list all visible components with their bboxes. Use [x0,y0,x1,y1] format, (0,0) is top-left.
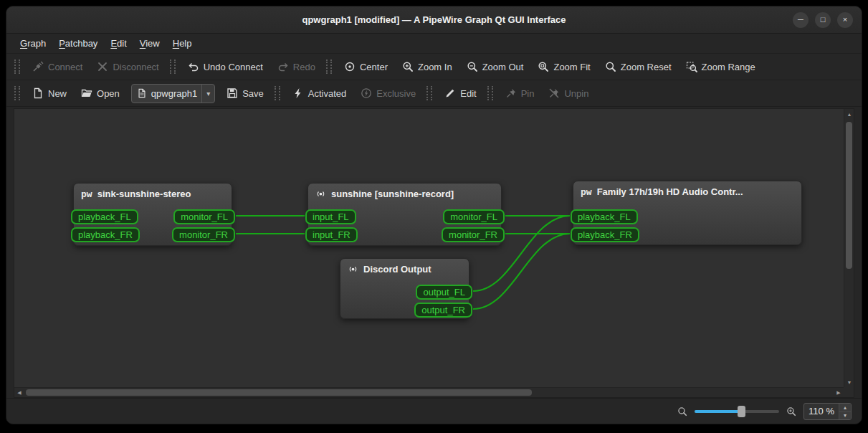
unpin-icon [548,87,560,99]
port-sunshine-input-fl[interactable]: input_FL [305,209,356,224]
undo-connect-button[interactable]: Undo Connect [181,56,270,77]
zoom-slider-handle[interactable] [738,406,745,417]
activated-button[interactable]: Activated [285,82,353,104]
node-header: Discord Output [340,259,469,277]
titlebar[interactable]: qpwgraph1 [modified] — A PipeWire Graph … [6,6,862,34]
toolbar-handle[interactable] [487,86,493,100]
zoom-in-small-icon[interactable] [786,406,796,417]
edit-label: Edit [460,88,476,99]
scroll-down-arrow[interactable]: ▼ [844,377,854,387]
zoom-spinbox[interactable]: 110 % ▴ ▾ [803,403,852,420]
port-sunshine-input-fr[interactable]: input_FR [305,227,358,242]
scroll-left-arrow[interactable]: ◀ [14,388,24,398]
save-button[interactable]: Save [219,82,271,104]
menu-patchbay-mnemonic: P [59,38,65,49]
spin-down-button[interactable]: ▾ [839,411,851,419]
activated-label: Activated [308,88,346,99]
zoom-fit-button[interactable]: Zoom Fit [530,56,597,77]
window-title: qpwgraph1 [modified] — A PipeWire Graph … [6,14,862,25]
lightning-icon [292,87,304,99]
zoom-range-button[interactable]: Zoom Range [679,56,763,77]
minimize-button[interactable]: ─ [793,12,809,28]
menu-edit[interactable]: Edit [104,35,133,52]
center-button[interactable]: Center [337,56,395,77]
port-discord-output-fr[interactable]: output_FR [414,303,472,318]
exclusive-icon [361,87,372,99]
redo-icon [277,61,289,72]
open-button[interactable]: Open [74,82,127,104]
menu-patchbay[interactable]: Patchbay [52,35,104,52]
menu-graph-label: raph [27,38,46,49]
port-sink-playback-fr[interactable]: playback_FR [71,227,140,242]
node-sink-sunshine-stereo[interactable]: pw sink-sunshine-stereo playback_FL play… [73,183,232,246]
port-discord-output-fl[interactable]: output_FL [416,285,472,300]
scroll-up-arrow[interactable]: ▲ [844,109,854,119]
disconnect-label: Disconnect [113,62,158,72]
port-family-playback-fr[interactable]: playback_FR [571,227,639,242]
zoom-out-label: Zoom Out [482,62,524,72]
exclusive-button: Exclusive [353,82,423,104]
zoom-out-icon [467,61,478,72]
open-label: Open [97,88,120,99]
toolbar-handle[interactable] [326,60,332,74]
toolbar-handle[interactable] [14,86,20,100]
menu-edit-label: dit [117,38,127,49]
zoom-slider-fill [695,410,741,413]
menu-graph[interactable]: Graph [14,35,52,52]
menu-view-mnemonic: V [140,38,146,49]
edit-button[interactable]: Edit [437,82,483,104]
center-label: Center [360,62,388,72]
patchbay-select[interactable]: qpwgraph1 ▾ [131,84,215,103]
scrollbar-corner [844,387,854,397]
zoom-range-label: Zoom Range [702,62,755,72]
zoom-reset-button[interactable]: Zoom Reset [598,56,679,77]
node-title: sink-sunshine-stereo [97,189,191,199]
maximize-button[interactable]: □ [815,12,831,28]
menu-help[interactable]: Help [166,35,199,52]
menu-view[interactable]: View [133,35,166,52]
undo-icon [188,61,199,72]
port-family-playback-fl[interactable]: playback_FL [571,209,638,224]
node-discord-output[interactable]: Discord Output output_FL output_FR [340,258,469,319]
toolbar-handle[interactable] [275,86,280,100]
toolbar-handle[interactable] [426,86,432,100]
port-sunshine-monitor-fl[interactable]: monitor_FL [443,209,505,224]
close-button[interactable]: × [837,12,853,28]
menu-edit-mnemonic: E [110,38,117,49]
port-sink-monitor-fr[interactable]: monitor_FR [172,227,235,242]
zoom-out-small-icon[interactable] [677,406,687,417]
new-button[interactable]: New [25,82,74,104]
record-stream-icon [348,264,358,275]
disconnect-button: Disconnect [90,56,166,77]
new-file-icon [32,87,44,99]
pin-button: Pin [498,82,542,104]
new-label: New [48,88,67,99]
scroll-right-arrow[interactable]: ▶ [834,388,844,398]
vertical-scrollbar[interactable]: ▲ ▼ [844,109,854,387]
toolbar-handle[interactable] [14,60,20,74]
node-family-hd-audio[interactable]: pw Family 17h/19h HD Audio Contr... play… [573,181,802,245]
port-sink-playback-fl[interactable]: playback_FL [71,209,138,224]
zoom-out-button[interactable]: Zoom Out [459,56,531,77]
redo-label: Redo [293,62,315,72]
port-sink-monitor-fl[interactable]: monitor_FL [173,209,235,224]
save-icon [226,87,238,99]
horizontal-scrollbar[interactable]: ◀ ▶ [14,387,844,397]
vertical-scroll-thumb[interactable] [846,122,852,269]
menu-view-label: iew [146,38,160,49]
zoom-reset-icon [605,61,616,72]
toolbar-handle[interactable] [170,60,176,74]
cables-layer [14,109,844,387]
graph-toolbar: Connect Disconnect Undo Connect Redo Cen… [6,54,862,80]
zoom-in-label: Zoom In [418,62,452,72]
node-title: Discord Output [363,264,431,275]
patchbay-select-value: qpwgraph1 [151,88,197,99]
zoom-in-button[interactable]: Zoom In [395,56,459,77]
zoom-slider[interactable] [695,406,779,417]
port-sunshine-monitor-fr[interactable]: monitor_FR [442,227,505,242]
spin-up-button[interactable]: ▴ [839,404,851,411]
horizontal-scroll-thumb[interactable] [26,389,532,396]
pipewire-icon: pw [581,186,592,197]
graph-canvas[interactable]: pw sink-sunshine-stereo playback_FL play… [14,109,844,387]
node-sunshine-record[interactable]: sunshine [sunshine-record] input_FL inpu… [307,183,502,246]
